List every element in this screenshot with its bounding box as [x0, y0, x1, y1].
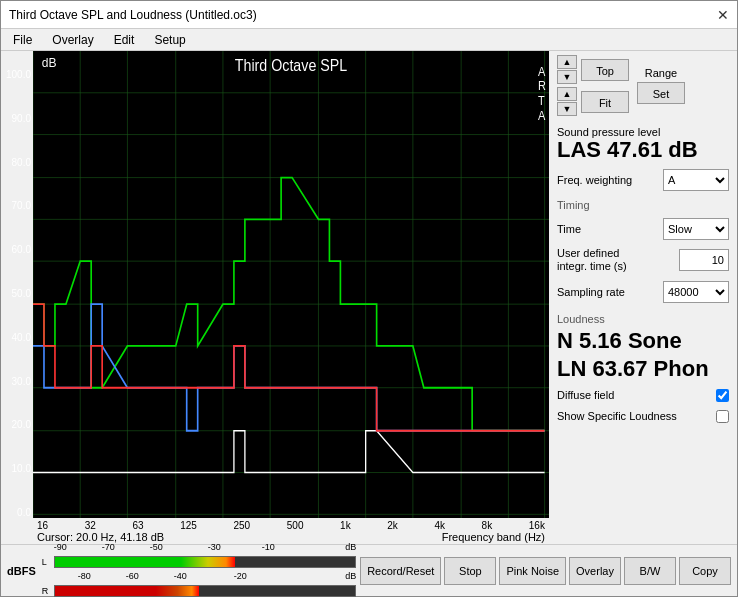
overlay-button[interactable]: Overlay: [569, 557, 621, 585]
sampling-rate-dropdown[interactable]: 48000 44100 96000: [663, 281, 729, 303]
x-label-500: 500: [287, 520, 304, 531]
diffuse-field-row: Diffuse field: [557, 389, 729, 402]
x-label-125: 125: [180, 520, 197, 531]
x-axis-labels: 16 32 63 125 250 500 1k 2k 4k 8k 16k: [37, 519, 545, 531]
spl-value: LAS 47.61 dB: [557, 138, 729, 162]
x-label-2k: 2k: [387, 520, 398, 531]
r-meter-bar: [54, 585, 356, 597]
svg-text:dB: dB: [42, 54, 57, 70]
diffuse-field-checkbox[interactable]: [716, 389, 729, 402]
top-up-btn[interactable]: ▲: [557, 55, 577, 69]
y-label-100: 100.0: [1, 69, 31, 80]
show-specific-checkbox[interactable]: [716, 410, 729, 423]
y-label-40: 40.0: [1, 332, 31, 343]
svg-text:T: T: [538, 93, 545, 107]
freq-weighting-row: Freq. weighting A B C Z: [557, 169, 729, 191]
fit-down-btn[interactable]: ▼: [557, 102, 577, 116]
timing-label: Timing: [557, 199, 729, 211]
x-label-16: 16: [37, 520, 48, 531]
loudness-n-value: N 5.16 Sone: [557, 329, 729, 353]
r-label: R: [42, 586, 52, 596]
y-axis-labels: 100.0 90.0 80.0 70.0 60.0 50.0 40.0 30.0…: [1, 51, 33, 518]
diffuse-field-label: Diffuse field: [557, 389, 614, 401]
r-meter-row: R: [42, 583, 356, 597]
user-defined-input[interactable]: [679, 249, 729, 271]
y-label-80: 80.0: [1, 157, 31, 168]
menu-bar: File Overlay Edit Setup: [1, 29, 737, 51]
stop-button[interactable]: Stop: [444, 557, 496, 585]
scale-neg40: -40: [174, 571, 187, 581]
top-arrows: ▲ ▼: [557, 55, 577, 84]
record-reset-button[interactable]: Record/Reset: [360, 557, 441, 585]
r-meter-fill: [55, 586, 199, 596]
x-label-250: 250: [234, 520, 251, 531]
svg-text:Third Octave SPL: Third Octave SPL: [235, 56, 347, 74]
y-label-0: 0.0: [1, 507, 31, 518]
user-defined-label: User definedintegr. time (s): [557, 247, 627, 273]
l-meter-row: L: [42, 554, 356, 570]
loudness-label: Loudness: [557, 313, 729, 325]
x-label-63: 63: [132, 520, 143, 531]
menu-edit[interactable]: Edit: [110, 32, 139, 48]
x-label-1k: 1k: [340, 520, 351, 531]
range-label: Range: [645, 67, 677, 79]
scale-neg20: -20: [234, 571, 247, 581]
svg-rect-0: [33, 51, 549, 518]
y-label-90: 90.0: [1, 113, 31, 124]
fit-arrows: ▲ ▼: [557, 87, 577, 116]
bottom-bar: dBFS -90 -70 -50 -30 -10 dB L -80: [1, 544, 737, 596]
top-controls: ▲ ▼ Top ▲ ▼ Fit Range: [557, 55, 729, 116]
menu-file[interactable]: File: [9, 32, 36, 48]
chart-svg-wrap: Third Octave SPL dB A R T A: [33, 51, 549, 518]
x-label-4k: 4k: [434, 520, 445, 531]
time-row: Time Slow Fast Impulse: [557, 218, 729, 240]
time-dropdown[interactable]: Slow Fast Impulse: [663, 218, 729, 240]
bottom-buttons: Record/Reset Stop Pink Noise Overlay B/W…: [360, 557, 731, 585]
time-label: Time: [557, 223, 581, 235]
sampling-rate-label: Sampling rate: [557, 286, 625, 298]
spl-section: Sound pressure level LAS 47.61 dB: [557, 124, 729, 162]
dbfs-label: dBFS: [7, 565, 36, 577]
x-label-8k: 8k: [482, 520, 493, 531]
right-panel: ▲ ▼ Top ▲ ▼ Fit Range: [549, 51, 737, 544]
y-label-60: 60.0: [1, 244, 31, 255]
copy-button[interactable]: Copy: [679, 557, 731, 585]
user-defined-row: User definedintegr. time (s): [557, 247, 729, 273]
bw-button[interactable]: B/W: [624, 557, 676, 585]
scale-neg10: -10: [262, 542, 275, 552]
svg-text:A: A: [538, 108, 546, 122]
y-label-70: 70.0: [1, 200, 31, 211]
top-down-btn[interactable]: ▼: [557, 70, 577, 84]
menu-setup[interactable]: Setup: [150, 32, 189, 48]
y-label-20: 20.0: [1, 419, 31, 430]
scale-neg90: -90: [54, 542, 67, 552]
svg-text:R: R: [538, 79, 546, 93]
main-content: 100.0 90.0 80.0 70.0 60.0 50.0 40.0 30.0…: [1, 51, 737, 544]
loudness-ln-value: LN 63.67 Phon: [557, 357, 729, 381]
l-label: L: [42, 557, 52, 567]
fit-row: ▲ ▼ Fit: [557, 87, 629, 116]
close-button[interactable]: ✕: [717, 7, 729, 23]
freq-band-label: Frequency band (Hz): [442, 531, 545, 543]
fit-button[interactable]: Fit: [581, 91, 629, 113]
sampling-rate-row: Sampling rate 48000 44100 96000: [557, 281, 729, 303]
scale-db-bottom: dB: [345, 571, 356, 581]
scale-neg80: -80: [78, 571, 91, 581]
chart-svg: Third Octave SPL dB A R T A: [33, 51, 549, 518]
top-row: ▲ ▼ Top: [557, 55, 629, 84]
range-row: Range: [645, 67, 677, 79]
scale-neg70: -70: [102, 542, 115, 552]
chart-outer: 100.0 90.0 80.0 70.0 60.0 50.0 40.0 30.0…: [1, 51, 549, 544]
l-meter-fill: [55, 557, 235, 567]
freq-weighting-dropdown[interactable]: A B C Z: [663, 169, 729, 191]
pink-noise-button[interactable]: Pink Noise: [499, 557, 566, 585]
range-set-group: Range Set: [637, 67, 685, 104]
title-bar: Third Octave SPL and Loudness (Untitled.…: [1, 1, 737, 29]
menu-overlay[interactable]: Overlay: [48, 32, 97, 48]
fit-up-btn[interactable]: ▲: [557, 87, 577, 101]
top-button[interactable]: Top: [581, 59, 629, 81]
set-button[interactable]: Set: [637, 82, 685, 104]
chart-inner: 100.0 90.0 80.0 70.0 60.0 50.0 40.0 30.0…: [1, 51, 549, 518]
show-specific-label: Show Specific Loudness: [557, 410, 677, 422]
x-label-16k: 16k: [529, 520, 545, 531]
